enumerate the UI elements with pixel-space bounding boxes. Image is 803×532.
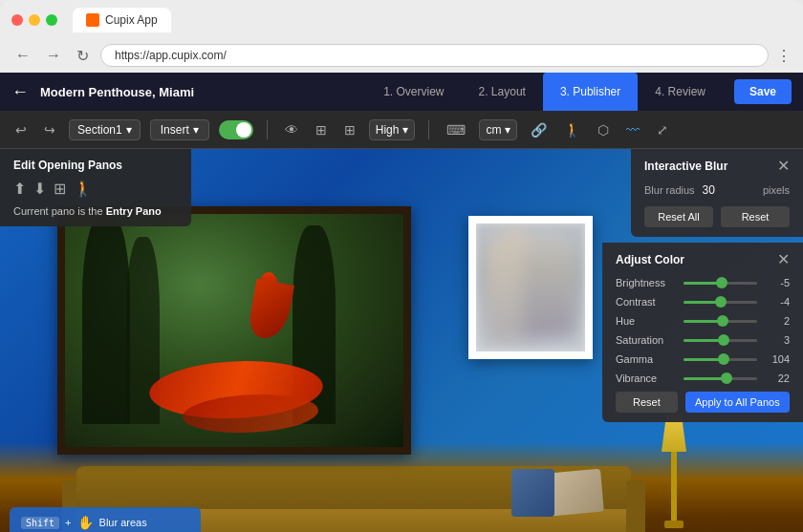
maximize-window-button[interactable] xyxy=(46,14,57,26)
visibility-icon[interactable]: 👁 xyxy=(281,120,302,139)
back-button[interactable]: ← xyxy=(11,45,34,66)
refresh-button[interactable]: ↻ xyxy=(73,45,93,67)
brightness-thumb[interactable] xyxy=(716,277,727,288)
vibrance-label: Vibrance xyxy=(616,372,678,384)
chevron-down-icon: ▾ xyxy=(402,123,408,137)
chevron-down-icon: ▾ xyxy=(505,123,510,137)
color-panel-title: Adjust Color xyxy=(616,253,684,266)
insert-button[interactable]: Insert ▾ xyxy=(150,119,209,140)
painting-scene xyxy=(65,214,403,447)
lamp-stand xyxy=(671,452,677,528)
reset-button[interactable]: Reset xyxy=(721,206,790,227)
vibrance-slider[interactable] xyxy=(684,377,757,380)
link-icon[interactable]: 🔗 xyxy=(527,120,551,139)
hue-slider[interactable] xyxy=(684,320,757,323)
apply-all-panos-button[interactable]: Apply to All Panos xyxy=(685,392,790,413)
opening-panos-panel: Edit Opening Panos ⬆ ⬇ ⊞ 🚶 Current pano … xyxy=(0,149,191,226)
tab-overview[interactable]: 1. Overview xyxy=(366,73,461,111)
reset-all-button[interactable]: Reset All xyxy=(644,206,713,227)
color-panel-close-button[interactable]: ✕ xyxy=(777,252,790,267)
sliders-icon[interactable]: ⊞ xyxy=(312,120,331,139)
pano-tool-person[interactable]: 🚶 xyxy=(74,180,93,198)
blur-radius-label: Blur radius xyxy=(644,184,695,196)
blur-overlay xyxy=(476,223,585,351)
toolbar-separator-2 xyxy=(428,120,429,139)
toggle-knob xyxy=(236,122,251,138)
keyboard-icon[interactable]: ⌨ xyxy=(443,120,469,139)
pillow-2 xyxy=(511,469,554,517)
contrast-thumb[interactable] xyxy=(715,296,727,308)
color-actions: Reset Apply to All Panos xyxy=(616,392,790,413)
url-input[interactable] xyxy=(100,44,769,67)
grid-icon[interactable]: ⊞ xyxy=(340,120,359,139)
chevron-down-icon: ▾ xyxy=(193,123,199,137)
help-row-blur: Shift + ✋ Blur areas xyxy=(21,515,189,530)
minimize-window-button[interactable] xyxy=(29,14,40,26)
forward-button[interactable]: → xyxy=(42,45,65,66)
redo-button[interactable]: ↪ xyxy=(40,120,59,139)
expand-icon[interactable]: ⤢ xyxy=(653,120,672,139)
saturation-value: 3 xyxy=(763,334,790,346)
tab-layout[interactable]: 2. Layout xyxy=(462,73,543,111)
browser-tab[interactable]: Cupix App xyxy=(73,8,171,32)
color-reset-button[interactable]: Reset xyxy=(616,392,678,413)
saturation-slider[interactable] xyxy=(684,339,757,342)
opening-panos-title: Edit Opening Panos xyxy=(13,159,178,172)
section-dropdown[interactable]: Section1 ▾ xyxy=(69,119,141,140)
browser-titlebar: Cupix App xyxy=(0,0,803,40)
gamma-thumb[interactable] xyxy=(718,353,729,365)
app: ← Modern Penthouse, Miami 1. Overview 2.… xyxy=(0,73,803,532)
brightness-slider[interactable] xyxy=(684,282,757,285)
insert-label: Insert xyxy=(161,123,189,137)
painting-artwork xyxy=(57,206,411,455)
brightness-value: -5 xyxy=(763,277,790,288)
quality-dropdown[interactable]: High ▾ xyxy=(369,119,416,140)
undo-button[interactable]: ↩ xyxy=(11,120,31,139)
lamp-base xyxy=(664,521,684,528)
measure-icon[interactable]: 〰 xyxy=(622,120,643,139)
blur-panel-title: Interactive Blur xyxy=(644,160,727,173)
blur-radius-value: 30 xyxy=(703,183,755,197)
photo-blurred-content xyxy=(476,223,585,351)
side-table xyxy=(660,414,688,528)
app-back-button[interactable]: ← xyxy=(11,82,29,102)
contrast-label: Contrast xyxy=(616,296,678,308)
person-icon[interactable]: 🚶 xyxy=(560,120,584,139)
hue-row: Hue 2 xyxy=(616,315,790,327)
plus-1: + xyxy=(65,517,71,528)
nav-tabs: 1. Overview 2. Layout 3. Publisher 4. Re… xyxy=(366,73,723,111)
color-panel-header: Adjust Color ✕ xyxy=(616,252,790,267)
app-header: ← Modern Penthouse, Miami 1. Overview 2.… xyxy=(0,73,803,111)
gamma-slider[interactable] xyxy=(684,358,757,361)
close-window-button[interactable] xyxy=(11,14,23,26)
tab-publisher[interactable]: 3. Publisher xyxy=(543,73,638,111)
contrast-value: -4 xyxy=(763,296,790,308)
contrast-slider[interactable] xyxy=(684,301,757,304)
hue-thumb[interactable] xyxy=(717,315,728,327)
saturation-thumb[interactable] xyxy=(718,334,729,346)
blur-panel-header: Interactive Blur ✕ xyxy=(644,159,790,174)
project-name: Modern Penthouse, Miami xyxy=(40,85,355,99)
unit-dropdown[interactable]: cm ▾ xyxy=(479,119,517,140)
color-panel: Adjust Color ✕ Brightness -5 Contrast xyxy=(602,243,803,422)
tab-review[interactable]: 4. Review xyxy=(638,73,723,111)
blur-panel: Interactive Blur ✕ Blur radius 30 pixels… xyxy=(631,149,803,237)
pano-tools: ⬆ ⬇ ⊞ 🚶 xyxy=(13,180,178,198)
toggle-switch[interactable] xyxy=(219,120,253,139)
hue-label: Hue xyxy=(616,315,678,327)
hue-value: 2 xyxy=(763,315,790,327)
pano-tool-add[interactable]: ⬆ xyxy=(13,180,26,198)
figure-cape xyxy=(247,279,294,342)
blur-panel-close-button[interactable]: ✕ xyxy=(777,159,790,174)
browser-chrome: Cupix App ← → ↻ ⋮ xyxy=(0,0,803,73)
brightness-label: Brightness xyxy=(616,277,678,288)
gamma-row: Gamma 104 xyxy=(616,353,790,365)
tab-favicon xyxy=(86,13,99,27)
vibrance-thumb[interactable] xyxy=(721,372,732,384)
browser-menu-button[interactable]: ⋮ xyxy=(776,47,792,65)
save-button[interactable]: Save xyxy=(734,79,792,104)
saturation-row: Saturation 3 xyxy=(616,334,790,346)
pano-tool-remove[interactable]: ⬇ xyxy=(33,180,46,198)
cube-icon[interactable]: ⬡ xyxy=(594,120,613,139)
pano-tool-grid[interactable]: ⊞ xyxy=(54,180,66,198)
